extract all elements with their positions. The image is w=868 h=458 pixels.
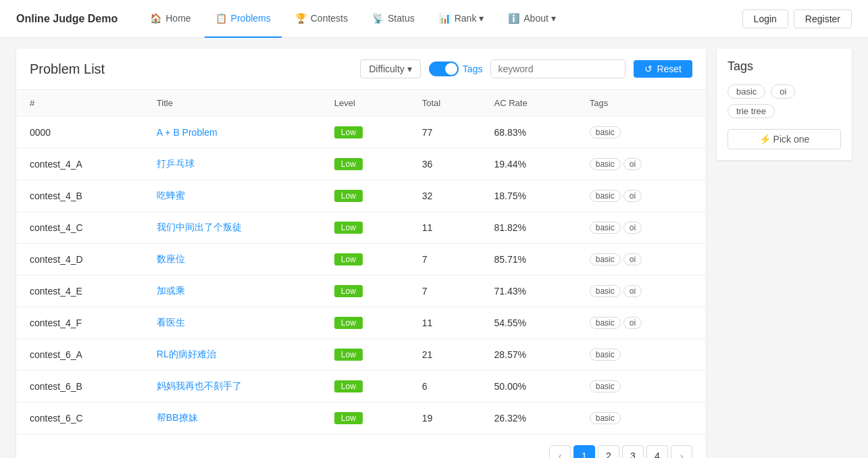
tag-chip[interactable]: basic [590,317,621,329]
level-badge: Low [334,317,363,329]
tag-chip[interactable]: basic [590,126,621,138]
table-row: contest_4_A 打乒乓球 Low 36 19.44% basicoi [16,149,706,180]
cell-tags: basicoi [576,244,706,276]
level-badge: Low [334,253,363,265]
col-id: # [16,90,143,117]
cell-title[interactable]: 数座位 [143,244,321,276]
sidebar-tag-trie-tree[interactable]: trie tree [727,104,775,118]
search-input[interactable] [491,60,623,78]
pagination-page-4[interactable]: 4 [646,445,668,458]
cell-level: Low [321,307,409,339]
tag-chip[interactable]: basic [590,158,621,170]
sidebar-item-problems[interactable]: 📋Problems [205,0,282,38]
cell-title[interactable]: 加或乘 [143,276,321,307]
sidebar-item-contests[interactable]: 🏆Contests [284,0,359,38]
cell-ac-rate: 28.57% [481,339,576,371]
tags-toggle[interactable] [429,61,459,76]
level-badge: Low [334,285,363,297]
tag-chip[interactable]: basic [590,190,621,202]
cell-ac-rate: 26.32% [481,403,576,434]
cell-tags: basic [576,403,706,434]
cell-tags: basicoi [576,180,706,212]
cell-id: contest_4_F [16,307,143,339]
difficulty-button[interactable]: Difficulty ▾ [360,59,421,78]
table-row: contest_6_C 帮BB撩妹 Low 19 26.32% basic [16,403,706,434]
sidebar-tag-list: basicoitrie tree [727,84,841,118]
search-button[interactable]: 🔍 [623,61,626,78]
nav-links: 🏠Home📋Problems🏆Contests📡Status📊Rank ▾ℹ️A… [139,0,742,38]
tag-chip[interactable]: basic [590,412,621,424]
tag-chip[interactable]: basic [590,285,621,297]
col-level: Level [321,90,409,117]
reset-button[interactable]: ↺ Reset [634,60,692,78]
cell-title[interactable]: 吃蜂蜜 [143,180,321,212]
col-tags: Tags [576,90,706,117]
tag-chip[interactable]: basic [590,253,621,265]
status-icon: 📡 [372,13,384,24]
sidebar-tag-basic[interactable]: basic [727,84,765,99]
cell-ac-rate: 19.44% [481,149,576,180]
level-badge: Low [334,380,363,392]
cell-total: 11 [409,307,481,339]
contests-icon: 🏆 [295,13,307,24]
cell-ac-rate: 18.75% [481,180,576,212]
tag-chip[interactable]: oi [623,190,642,202]
cell-ac-rate: 71.43% [481,276,576,307]
refresh-icon: ↺ [644,63,653,74]
cell-title[interactable]: A + B Problem [143,117,321,149]
cell-id: contest_6_B [16,371,143,403]
nav-label-home: Home [165,13,190,24]
rank-icon: 📊 [439,13,451,24]
nav-label-contests: Contests [311,13,348,24]
tag-chip[interactable]: basic [590,222,621,234]
pagination-page-1[interactable]: 1 [573,445,595,458]
cell-title[interactable]: RL的病好难治 [143,339,321,371]
level-badge: Low [334,349,363,361]
cell-tags: basic [576,339,706,371]
toggle-slider [429,61,459,76]
pick-one-button[interactable]: ⚡ Pick one [727,129,841,149]
pagination-page-3[interactable]: 3 [622,445,644,458]
sidebar-item-status[interactable]: 📡Status [361,0,426,38]
tags-toggle-wrap: Tags [429,61,483,76]
cell-total: 11 [409,212,481,244]
navbar: Online Judge Demo 🏠Home📋Problems🏆Contest… [0,0,868,38]
tag-chip[interactable]: oi [623,285,642,297]
cell-title[interactable]: 我们中间出了个叛徒 [143,212,321,244]
cell-title[interactable]: 打乒乓球 [143,149,321,180]
cell-level: Low [321,403,409,434]
tags-toggle-label: Tags [463,63,483,74]
tag-chip[interactable]: oi [623,222,642,234]
nav-actions: Login Register [742,9,852,28]
pagination-prev[interactable]: ‹ [549,445,571,458]
sidebar-item-home[interactable]: 🏠Home [139,0,201,38]
table-row: contest_4_F 看医生 Low 11 54.55% basicoi [16,307,706,339]
login-button[interactable]: Login [742,9,788,28]
level-badge: Low [334,190,363,202]
register-button[interactable]: Register [794,9,852,28]
about-icon: ℹ️ [508,13,519,24]
nav-label-problems: Problems [231,13,271,24]
cell-id: contest_6_A [16,339,143,371]
pagination-next[interactable]: › [671,445,692,458]
tag-chip[interactable]: basic [590,380,621,392]
sidebar-item-rank[interactable]: 📊Rank ▾ [428,0,495,38]
tag-chip[interactable]: basic [590,349,621,361]
sidebar-tag-oi[interactable]: oi [771,84,795,99]
pagination-page-2[interactable]: 2 [598,445,619,458]
cell-id: contest_4_D [16,244,143,276]
cell-ac-rate: 81.82% [481,212,576,244]
tag-chip[interactable]: oi [623,158,642,170]
sidebar: Tags basicoitrie tree ⚡ Pick one [717,49,852,458]
cell-level: Low [321,276,409,307]
table-row: contest_4_E 加或乘 Low 7 71.43% basicoi [16,276,706,307]
home-icon: 🏠 [150,13,161,24]
sidebar-item-about[interactable]: ℹ️About ▾ [497,0,566,38]
tag-chip[interactable]: oi [623,317,642,329]
cell-title[interactable]: 看医生 [143,307,321,339]
cell-title[interactable]: 妈妈我再也不刻手了 [143,371,321,403]
cell-title[interactable]: 帮BB撩妹 [143,403,321,434]
cell-id: contest_6_C [16,403,143,434]
tag-chip[interactable]: oi [623,253,642,265]
col-title: Title [143,90,321,117]
